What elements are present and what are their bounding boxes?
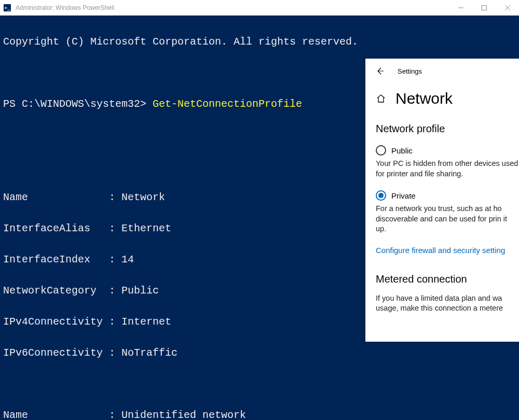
svg-rect-1 [482,5,486,10]
close-button[interactable] [496,0,519,16]
radio-public[interactable]: Public [376,145,519,156]
radio-icon-selected [376,190,386,201]
page-title: Network [395,90,453,107]
settings-header: Settings [376,67,519,75]
powershell-icon: >_ [3,4,11,12]
radio-public-desc: Your PC is hidden from other devices use… [376,159,519,179]
radio-public-label: Public [391,146,413,155]
back-arrow-icon[interactable] [376,67,384,75]
section-metered: Metered connection [376,273,519,285]
titlebar: >_ Administrator: Windows PowerShell [0,0,519,16]
firewall-link[interactable]: Configure firewall and security setting [376,246,519,255]
home-icon[interactable] [376,93,386,104]
copyright-line: Copyright (C) Microsoft Corporation. All… [3,34,519,50]
radio-icon [376,145,386,156]
radio-private[interactable]: Private [376,190,519,201]
maximize-button[interactable] [472,0,496,16]
output-line: IPv6Connectivity : NoTraffic [3,345,519,361]
radio-private-label: Private [391,191,416,200]
settings-panel: Settings Network Network profile Public … [365,59,519,342]
settings-label: Settings [398,67,422,75]
blank-line [3,376,519,392]
radio-private-desc: For a network you trust, such as at ho d… [376,204,519,234]
output-line: Name : Unidentified network [3,408,519,420]
section-network-profile: Network profile [376,123,519,135]
window-title: Administrator: Windows PowerShell [16,4,449,11]
metered-desc: If you have a limited data plan and wa u… [376,293,519,314]
command-1: Get-NetConnectionProfile [153,98,302,110]
minimize-button[interactable] [449,0,472,16]
